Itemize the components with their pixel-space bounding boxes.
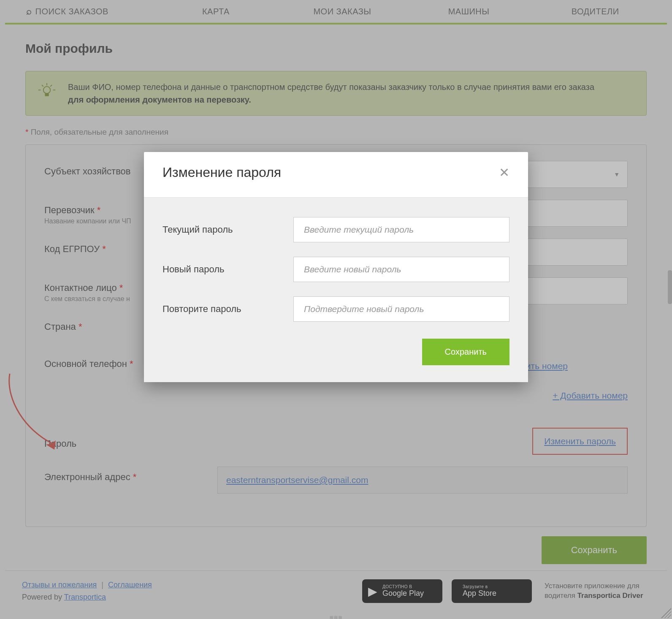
- current-password-input[interactable]: [293, 217, 509, 242]
- repeat-password-input[interactable]: [293, 296, 509, 322]
- repeat-password-label: Повторите пароль: [163, 304, 293, 315]
- change-password-modal: Изменение пароля ✕ Текущий пароль Новый …: [144, 152, 528, 382]
- new-password-label: Новый пароль: [163, 264, 293, 275]
- close-icon[interactable]: ✕: [499, 165, 509, 180]
- modal-title: Изменение пароля: [163, 165, 281, 180]
- new-password-input[interactable]: [293, 257, 509, 282]
- modal-overlay[interactable]: Изменение пароля ✕ Текущий пароль Новый …: [0, 0, 672, 619]
- current-password-label: Текущий пароль: [163, 224, 293, 235]
- modal-save-button[interactable]: Сохранить: [422, 339, 509, 365]
